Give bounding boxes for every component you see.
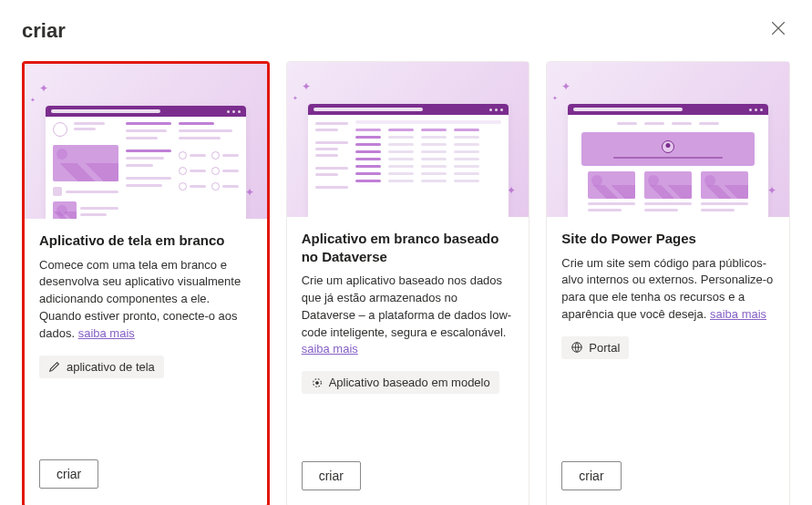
sparkle-icon: ✦ — [302, 80, 311, 93]
sparkle-icon: ✦ — [507, 184, 516, 197]
card-description: Crie um aplicativo baseado nos dados que… — [302, 273, 515, 358]
create-button[interactable]: criar — [302, 461, 361, 490]
card-description: Crie um site sem código para públicos-al… — [561, 255, 775, 324]
sparkle-icon: ✦ — [293, 95, 298, 102]
card-dataverse-app[interactable]: ✦ ✦ ✦ ✦ — [286, 61, 530, 505]
mock-window — [308, 104, 509, 217]
card-blank-canvas-app[interactable]: ✦ ✦ ✦ ✦ — [22, 61, 270, 505]
mock-window — [46, 106, 246, 219]
page-title: criar — [22, 19, 66, 43]
sparkle-icon: ✦ — [552, 95, 558, 102]
globe-icon — [570, 341, 583, 354]
sparkle-icon: ✦ — [39, 82, 48, 95]
app-type-tag: Portal — [561, 336, 629, 359]
card-thumbnail: ✦ ✦ ✦ ✦ — [547, 62, 789, 217]
create-button[interactable]: criar — [39, 459, 98, 489]
card-description: Comece com uma tela em branco e desenvol… — [39, 257, 252, 343]
close-icon — [770, 20, 786, 36]
app-type-tag: aplicativo de tela — [39, 356, 164, 378]
card-power-pages[interactable]: ✦ ✦ ✦ ✦ Site do Power Pages Crie um — [546, 61, 790, 505]
card-title: Aplicativo de tela em branco — [39, 232, 252, 250]
card-thumbnail: ✦ ✦ ✦ ✦ — [25, 64, 267, 219]
pencil-icon — [48, 360, 61, 373]
sparkle-icon: ✦ — [245, 186, 254, 199]
mock-window — [568, 104, 768, 217]
cards-row: ✦ ✦ ✦ ✦ — [0, 45, 812, 505]
app-type-tag: Aplicativo baseado em modelo — [302, 371, 499, 394]
create-button[interactable]: criar — [561, 461, 621, 490]
learn-more-link[interactable]: saiba mais — [78, 326, 135, 340]
sparkle-icon: ✦ — [767, 184, 776, 197]
sparkle-icon: ✦ — [30, 97, 36, 104]
close-button[interactable] — [766, 16, 790, 45]
learn-more-link[interactable]: saiba mais — [302, 342, 358, 356]
model-driven-icon — [311, 376, 324, 389]
svg-point-1 — [315, 381, 318, 384]
card-thumbnail: ✦ ✦ ✦ ✦ — [287, 62, 529, 217]
sparkle-icon: ✦ — [561, 80, 570, 93]
card-title: Aplicativo em branco baseado no Datavers… — [302, 230, 515, 265]
card-title: Site do Power Pages — [561, 230, 775, 248]
learn-more-link[interactable]: saiba mais — [710, 307, 766, 321]
